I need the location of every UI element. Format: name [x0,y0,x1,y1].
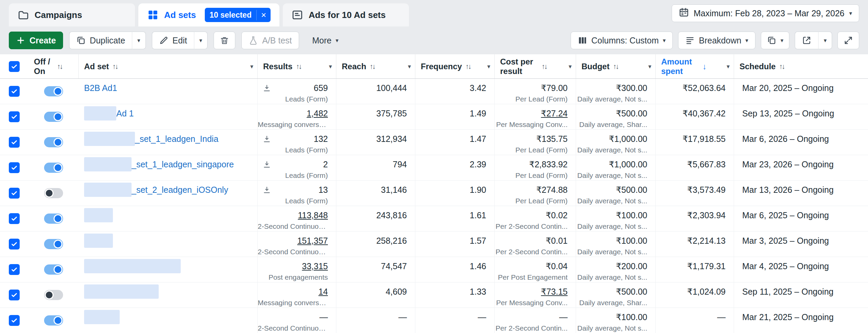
header-frequency[interactable]: Frequency ↑↓ ▾ [415,54,495,78]
sort-descending-icon[interactable]: ↓ [703,62,707,71]
adset-name-link[interactable]: _set_1_leadgen_India [135,134,218,144]
reach-value: 4,609 [336,286,407,297]
adset-toggle[interactable] [44,137,63,147]
reports-button[interactable]: ▾ [761,32,790,49]
row-checkbox[interactable] [9,290,20,300]
duplicate-menu-button[interactable]: ▾ [132,32,146,49]
row-checkbox[interactable] [9,86,20,97]
column-menu-caret-icon[interactable]: ▾ [329,63,332,70]
date-range-picker[interactable]: Maximum: Feb 28, 2023 – Mar 29, 2026 ▾ [672,4,859,22]
tab-campaigns[interactable]: Campaigns [9,3,135,26]
adset-toggle[interactable] [44,188,63,198]
cost-value[interactable]: ₹27.24 [495,108,568,118]
adset-toggle[interactable] [44,315,63,326]
sort-icon[interactable]: ↑↓ [112,62,118,71]
toggle-knob [54,316,62,325]
check-icon [11,138,18,146]
sort-icon[interactable]: ↑↓ [465,62,471,71]
adset-toggle[interactable] [44,163,63,173]
row-checkbox[interactable] [9,162,20,173]
row-checkbox[interactable] [9,111,20,122]
adset-toggle[interactable] [44,239,63,249]
header-cost-per-result[interactable]: Cost per result ↑↓ ▾ [495,54,576,78]
spent-value: ₹5,667.83 [656,159,726,169]
results-value[interactable]: 33,315 [258,261,328,271]
column-menu-caret-icon[interactable]: ▾ [648,63,651,70]
adset-toggle[interactable] [44,112,63,122]
duplicate-button[interactable]: Duplicate [69,32,132,49]
sort-icon[interactable]: ↑↓ [370,62,376,71]
toggle-knob [54,112,62,121]
redacted-name-block [84,157,132,171]
adset-toggle[interactable] [44,86,63,96]
cost-value[interactable]: ₹73.15 [495,286,568,297]
results-value[interactable]: 151,357 [258,236,328,246]
spent-value: ₹2,214.13 [656,236,726,246]
cost-per-result-cell: — Per 2-Second Contin... [495,308,576,333]
schedule-value: Mar 3, 2025 – Ongoing [742,236,865,246]
sort-icon[interactable]: ↑↓ [613,62,619,71]
create-button[interactable]: Create [9,32,63,49]
edit-menu-button[interactable]: ▾ [194,32,208,49]
row-checkbox[interactable] [9,264,20,275]
reach-cell: 243,816 [336,206,415,231]
column-menu-caret-icon[interactable]: ▾ [408,63,411,70]
select-all-checkbox[interactable] [9,61,20,72]
header-budget[interactable]: Budget ↑↓ ▾ [576,54,656,78]
results-cell: 132 Leads (Form) [258,130,336,155]
download-report-icon[interactable] [262,84,271,93]
row-checkbox[interactable] [9,137,20,148]
download-report-icon[interactable] [262,135,271,144]
header-reach[interactable]: Reach ↑↓ ▾ [336,54,415,78]
header-amount-spent[interactable]: Amount spent ↓ ▾ [656,54,734,78]
download-report-icon[interactable] [262,186,271,195]
results-value[interactable]: 14 [258,286,328,297]
breakdown-button[interactable]: Breakdown ▾ [678,32,755,49]
cost-label: Per Lead (Form) [495,171,568,180]
header-schedule[interactable]: Schedule ↑↓ [734,54,868,78]
edit-button[interactable]: Edit [152,32,194,49]
results-value[interactable]: 1,482 [258,108,328,118]
tab-ad-sets[interactable]: Ad sets 10 selected × [138,3,279,26]
row-checkbox[interactable] [9,239,20,249]
sort-icon[interactable]: ↑↓ [541,62,548,71]
adset-name-link[interactable]: Ad 1 [116,109,134,118]
row-checkbox[interactable] [9,315,20,326]
sort-icon[interactable]: ↑↓ [57,62,63,71]
clear-selection-icon[interactable]: × [256,10,271,20]
adset-toggle[interactable] [44,264,63,275]
adset-name-cell [79,308,258,333]
export-menu-button[interactable]: ▾ [818,32,832,49]
delete-button[interactable] [214,32,235,49]
row-select-cell [0,282,28,308]
header-off-on[interactable]: Off / On ↑↓ [28,54,79,78]
ab-test-button[interactable]: A/B test [241,32,299,49]
column-menu-caret-icon[interactable]: ▾ [487,63,490,70]
columns-button[interactable]: Columns: Custom ▾ [571,32,673,49]
cost-value: ₹0.01 [495,236,568,246]
column-menu-caret-icon[interactable]: ▾ [569,63,572,70]
results-value[interactable]: 113,848 [258,210,328,220]
download-report-icon[interactable] [262,160,271,169]
column-menu-caret-icon[interactable]: ▾ [727,63,730,70]
frequency-value: 1.90 [415,185,486,195]
tab-ads[interactable]: Ads for 10 Ad sets [283,3,409,26]
header-ad-set[interactable]: Ad set ↑↓ ▾ [79,54,258,78]
adset-name-link[interactable]: B2B Ad1 [84,83,117,93]
more-button[interactable]: More ▾ [305,32,346,49]
header-results[interactable]: Results ↑↓ ▾ [258,54,336,78]
adset-toggle[interactable] [44,290,63,300]
export-button[interactable] [795,32,818,49]
row-checkbox[interactable] [9,188,20,199]
ad-sets-table: Off / On ↑↓ Ad set ↑↓ ▾ Results ↑↓ ▾ Rea… [0,54,868,333]
adset-toggle[interactable] [44,214,63,224]
sort-icon[interactable]: ↑↓ [296,62,302,71]
cost-label: Per Messaging Conv... [495,120,568,129]
adset-name-link[interactable]: _set_2_leadgen_iOSOnly [132,185,228,195]
sort-icon[interactable]: ↑↓ [779,62,785,71]
column-menu-caret-icon[interactable]: ▾ [250,63,253,70]
adset-name-link[interactable]: _set_1_leadgen_singapore [132,160,234,169]
row-checkbox[interactable] [9,213,20,224]
expand-view-button[interactable] [837,32,859,49]
view-tab-bar: Campaigns Ad sets 10 selected × Ads for … [0,0,868,26]
